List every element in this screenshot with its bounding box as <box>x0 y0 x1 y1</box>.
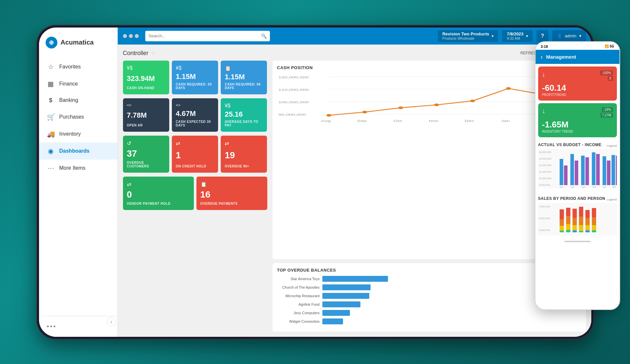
favorite-star-icon[interactable]: ☆ <box>151 50 156 56</box>
svg-rect-66 <box>579 231 583 232</box>
svg-rect-36 <box>592 152 595 185</box>
kpi-card-open-ar[interactable]: <> 7.78M OPEN AR <box>123 98 169 132</box>
status-label: VENDOR PAYMENT HOLD <box>127 202 190 205</box>
status-row-1: ↺ 37 OVERDUE CUSTOMERS ⇄ 1 ON CREDIT HOL… <box>123 136 267 173</box>
mobile-sales-legend: Legend <box>607 198 617 201</box>
mobile-inventory-trend-card[interactable]: ↓ -19% 7.27M -1.65M INVENTORY TREND <box>538 103 617 137</box>
main-content: 🔍 Revision Two Products Products Wholesa… <box>118 28 591 337</box>
svg-rect-73 <box>592 225 596 230</box>
kpi-header: 📋 <box>225 65 263 71</box>
window-dot-1 <box>123 34 127 38</box>
overdue-bar-fill <box>322 276 388 282</box>
overdue-bar-fill <box>322 293 369 299</box>
kpi-header: <> <box>176 103 214 107</box>
date-chevron-icon: ▾ <box>526 34 528 38</box>
kpi-value: 4.67M <box>176 110 214 117</box>
svg-rect-71 <box>592 208 596 217</box>
date-selector[interactable]: 7/8/2023 9:32 AM ▾ <box>502 30 533 42</box>
overdue-label: Agrilink Food <box>277 302 320 306</box>
overdue-label: Widget Connection <box>277 319 320 323</box>
svg-text:7,000,000: 7,000,000 <box>539 205 550 208</box>
svg-text:8,000,000: 8,000,000 <box>539 183 550 186</box>
user-icon: 👤 <box>557 33 562 38</box>
company-sub: Products Wholesale <box>442 36 489 40</box>
overdue-bar-fill <box>322 284 371 290</box>
svg-text:Sep: Sep <box>357 119 367 122</box>
favorites-icon: ☆ <box>47 63 55 71</box>
svg-point-10 <box>398 106 403 109</box>
kpi-label: CASH REQUIRED: 60 DAYS <box>225 83 263 90</box>
mobile-back-icon[interactable]: ‹ <box>541 53 543 61</box>
mobile-profit-label: PROFIT/TREND <box>542 93 613 97</box>
user-button[interactable]: 👤 admin ▾ <box>552 30 586 42</box>
mobile-inventory-label: INVENTORY TREND <box>542 130 613 133</box>
kpi-label: CASH EXPECTED 30 DAYS <box>176 120 214 127</box>
svg-text:Q4: Q4 <box>571 185 574 188</box>
status-card-overdue-90[interactable]: ⇄ 19 OVERDUE 90+ <box>221 136 267 173</box>
sidebar-item-purchases[interactable]: 🛒 Purchases <box>39 108 117 125</box>
mobile-down-arrow-icon: ↓ <box>542 70 545 78</box>
user-name: admin <box>565 33 576 38</box>
window-dot-3 <box>135 34 139 38</box>
sidebar-item-label: Finance <box>59 81 78 87</box>
mobile-actual-vs-budget-title: ACTUAL VS BUDGET - INCOME <box>538 143 602 147</box>
kpi-card-cash-req-60[interactable]: 📋 1.15M CASH REQUIRED: 60 DAYS <box>221 61 267 94</box>
svg-text:12,000,000: 12,000,000 <box>539 170 551 173</box>
dashboards-icon: ◉ <box>47 147 55 155</box>
mobile-actual-vs-budget-section: ACTUAL VS BUDGET - INCOME Legend 18,000,… <box>536 140 620 194</box>
sidebar-item-finance[interactable]: ▦ Finance <box>39 75 117 92</box>
svg-rect-31 <box>564 165 567 185</box>
svg-text:Oct: Oct <box>393 119 402 122</box>
mobile-signal: 📶 5G <box>605 45 614 48</box>
kpi-card-cash-req-30[interactable]: ¥$ 1.15M CASH REQUIRED: 30 DAYS <box>172 61 218 94</box>
mobile-sales-title: SALES BY PERIOD AND PERSON <box>538 196 605 201</box>
mobile-inventory-value: -1.65M <box>542 120 613 130</box>
svg-text:Q1: Q1 <box>603 185 606 188</box>
svg-rect-38 <box>602 156 606 185</box>
svg-rect-56 <box>566 216 570 224</box>
sidebar-item-label: Inventory <box>59 131 81 137</box>
status-value: 16 <box>200 189 263 200</box>
svg-rect-58 <box>566 230 570 232</box>
sidebar-item-more-items[interactable]: ⋯ More Items <box>39 160 117 177</box>
sidebar-item-dashboards[interactable]: ◉ Dashboards <box>39 143 117 160</box>
kpi-label: CASH ON-HAND <box>127 86 165 90</box>
svg-rect-32 <box>570 154 574 185</box>
kpi-card-cash-on-hand[interactable]: ¥$ 323.94M CASH ON-HAND <box>123 61 169 94</box>
status-card-credit-hold[interactable]: ⇄ 1 ON CREDIT HOLD <box>172 136 218 173</box>
kpi-header: <> <box>127 103 165 107</box>
svg-text:110,000,000: 110,000,000 <box>278 88 309 91</box>
help-button[interactable]: ? <box>537 30 548 42</box>
overdue-bar-fill <box>322 301 360 307</box>
kpi-value: 1.15M <box>225 73 263 81</box>
sidebar-item-inventory[interactable]: 🚚 Inventory <box>39 125 117 143</box>
mobile-card-header: ↓ -19% 7.27M <box>542 107 613 118</box>
svg-text:Jan: Jan <box>501 119 510 122</box>
search-input[interactable] <box>149 33 258 38</box>
kpi-card-cash-expected[interactable]: <> 4.67M CASH EXPECTED 30 DAYS <box>172 98 218 132</box>
user-chevron-icon: ▾ <box>579 33 581 38</box>
kpi-header: ¥$ <box>176 65 214 71</box>
kpi-label: OPEN AR <box>127 124 165 127</box>
mobile-actual-vs-budget-chart: 18,000,000 16,000,000 14,000,000 12,000,… <box>538 149 617 188</box>
mobile-legend-label: Legend <box>607 144 617 147</box>
search-bar[interactable]: 🔍 <box>145 31 270 41</box>
status-card-overdue-customers[interactable]: ↺ 37 OVERDUE CUSTOMERS <box>123 136 169 173</box>
sidebar-collapse-button[interactable]: ‹ <box>107 317 116 326</box>
svg-rect-33 <box>575 161 578 185</box>
svg-rect-65 <box>579 225 583 231</box>
status-card-overdue-payments[interactable]: 📋 16 OVERDUE PAYMENTS <box>196 177 267 210</box>
sidebar-item-banking[interactable]: $ Banking <box>39 92 117 108</box>
svg-text:Q3: Q3 <box>581 185 585 188</box>
sidebar-item-favorites[interactable]: ☆ Favorites <box>39 58 117 75</box>
company-selector[interactable]: Revision Two Products Products Wholesale… <box>438 30 498 42</box>
svg-rect-55 <box>566 208 570 216</box>
company-chevron-icon: ▾ <box>492 34 494 38</box>
status-card-vendor-hold[interactable]: ⇄ 0 VENDOR PAYMENT HOLD <box>123 177 194 210</box>
mobile-profit-trend-card[interactable]: ↓ -100% 0 -60.14 PROFIT/TREND <box>538 67 617 101</box>
svg-rect-34 <box>581 156 584 185</box>
svg-rect-40 <box>611 155 615 185</box>
svg-text:Q2: Q2 <box>593 185 596 188</box>
svg-text:Q4: Q4 <box>612 185 616 188</box>
kpi-card-avg-days[interactable]: ¥$ 25.16 AVERAGE DAYS TO PAY <box>221 98 267 132</box>
